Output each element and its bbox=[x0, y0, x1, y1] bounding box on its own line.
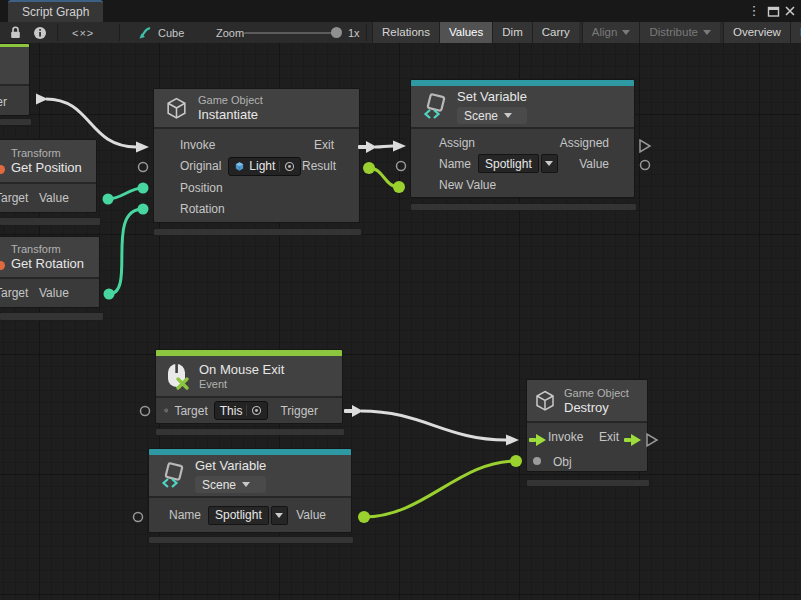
port-assigned-out[interactable] bbox=[640, 140, 650, 152]
port-label-obj: Obj bbox=[553, 455, 572, 469]
maximize-icon[interactable] bbox=[766, 4, 780, 18]
port-result-out[interactable] bbox=[363, 162, 375, 174]
code-icon: <×> bbox=[72, 27, 94, 39]
connections-overlay bbox=[0, 43, 801, 600]
port-position-in[interactable] bbox=[138, 183, 149, 194]
graph-icon bbox=[138, 26, 152, 40]
node-footer bbox=[155, 428, 345, 436]
port-get-variable-name-in[interactable] bbox=[134, 513, 143, 522]
info-button[interactable] bbox=[33, 22, 47, 43]
connection-exit-to-assign[interactable] bbox=[375, 146, 393, 147]
port-row: Invoke Exit bbox=[527, 423, 647, 451]
port-original-in[interactable] bbox=[139, 163, 148, 172]
port-get-rotation-value-out[interactable] bbox=[104, 289, 115, 300]
port-trigger-out[interactable] bbox=[344, 409, 353, 413]
port-row: Invoke Exit bbox=[154, 134, 359, 156]
graph-breadcrumb[interactable]: Cube bbox=[138, 22, 184, 43]
port-label-position: Position bbox=[180, 181, 223, 195]
node-on-mouse-exit[interactable]: On Mouse Exit Event Target This Trigger bbox=[155, 349, 343, 424]
node-destroy[interactable]: Game Object Destroy Invoke Exit Obj bbox=[526, 379, 648, 472]
distribute-button[interactable]: Distribute bbox=[639, 22, 720, 43]
port-label-new-value: New Value bbox=[439, 178, 496, 192]
port-label-target: Target bbox=[0, 286, 28, 300]
port-label-value: Value bbox=[579, 157, 609, 171]
variable-name-field[interactable]: Spotlight bbox=[208, 506, 269, 525]
chevron-down-icon bbox=[545, 161, 553, 166]
port-label-trigger: Trigger bbox=[280, 404, 318, 418]
overview-button[interactable]: Overview bbox=[723, 22, 790, 43]
node-get-variable[interactable]: Get Variable Scene Name Spotlight Value bbox=[148, 448, 352, 533]
node-title: Get Variable bbox=[195, 458, 266, 473]
node-category: Transform bbox=[11, 243, 84, 255]
node-category: Game Object bbox=[198, 94, 263, 106]
port-value-out[interactable] bbox=[358, 511, 370, 523]
node-title: Get Rotation bbox=[11, 256, 84, 271]
prefab-cube-icon bbox=[234, 161, 245, 172]
port-obj-in[interactable] bbox=[510, 455, 522, 467]
node-title: Instantiate bbox=[198, 107, 263, 122]
port-destroy-exit-out[interactable] bbox=[647, 434, 657, 446]
relations-button[interactable]: Relations bbox=[372, 22, 439, 43]
variable-name-dropdown[interactable] bbox=[541, 154, 558, 173]
port-name-in[interactable] bbox=[397, 162, 406, 171]
values-button[interactable]: Values bbox=[439, 22, 492, 43]
node-instantiate[interactable]: Game Object Instantiate Invoke Exit Orig… bbox=[153, 88, 360, 223]
node-set-variable[interactable]: Set Variable Scene Assign Assigned Name … bbox=[410, 79, 635, 198]
port-rotation-in[interactable] bbox=[138, 204, 149, 215]
graph-canvas[interactable]: Trigger Transform Get Position Target Va… bbox=[0, 43, 801, 600]
port-set-variable-value-out[interactable] bbox=[641, 161, 650, 170]
zoom-slider-handle[interactable] bbox=[331, 27, 342, 38]
code-view-button[interactable]: <×> bbox=[72, 22, 94, 43]
port-row-trigger: Trigger bbox=[0, 86, 29, 116]
port-label-exit: Exit bbox=[314, 138, 334, 152]
align-button[interactable]: Align bbox=[582, 22, 640, 43]
more-menu-icon[interactable]: ⋮ bbox=[747, 4, 761, 18]
port-get-position-value-out[interactable] bbox=[103, 194, 114, 205]
node-subtitle: Event bbox=[199, 378, 284, 390]
tab-script-graph[interactable]: Script Graph bbox=[8, 0, 103, 22]
object-field-light[interactable]: Light bbox=[228, 157, 301, 176]
node-partial-event[interactable]: Trigger bbox=[0, 43, 30, 116]
variable-scope-dropdown[interactable]: Scene bbox=[457, 107, 527, 124]
port-invoke-in[interactable] bbox=[136, 142, 149, 153]
connection-position[interactable] bbox=[108, 188, 143, 199]
port-target-in[interactable] bbox=[141, 407, 150, 416]
dim-button[interactable]: Dim bbox=[492, 22, 531, 43]
connection-rotation[interactable] bbox=[109, 209, 143, 294]
connection-value-to-obj[interactable] bbox=[364, 461, 516, 517]
port-label-exit: Exit bbox=[599, 430, 619, 444]
port-trigger-out[interactable] bbox=[36, 94, 48, 105]
transform-node-icon bbox=[0, 261, 5, 270]
node-get-rotation[interactable]: Transform Get Rotation Target Value bbox=[0, 236, 100, 308]
object-picker-icon[interactable] bbox=[279, 161, 295, 172]
node-get-position[interactable]: Transform Get Position Target Value bbox=[0, 139, 97, 213]
toolbar-separator bbox=[57, 24, 58, 41]
lock-button[interactable] bbox=[8, 22, 23, 43]
port-assign-in[interactable] bbox=[393, 141, 406, 152]
port-new-value-in[interactable] bbox=[393, 181, 405, 193]
close-icon[interactable] bbox=[783, 4, 797, 18]
connection-trigger-to-destroy-invoke[interactable] bbox=[361, 411, 506, 440]
node-footer bbox=[0, 118, 32, 126]
node-footer bbox=[0, 217, 101, 226]
variable-name-dropdown[interactable] bbox=[271, 506, 288, 525]
unity-visual-scripting-window: { "titlebar": { "tab_title": "Script Gra… bbox=[0, 0, 801, 600]
port-row: Name Spotlight Value bbox=[411, 153, 634, 174]
port-exit-out-arrow[interactable] bbox=[366, 141, 377, 153]
connection-result-to-new-value[interactable] bbox=[369, 168, 399, 187]
variable-scope-dropdown[interactable]: Scene bbox=[195, 476, 266, 493]
toolbar-separator bbox=[366, 24, 367, 41]
zoom-slider[interactable] bbox=[244, 32, 338, 34]
object-field-this[interactable]: This bbox=[214, 401, 269, 420]
port-destroy-invoke-in[interactable] bbox=[506, 435, 519, 446]
port-trigger-out-arrow[interactable] bbox=[352, 405, 363, 417]
full-screen-button[interactable]: Full Screen bbox=[790, 22, 801, 43]
node-category: Transform bbox=[11, 147, 82, 159]
port-label-name: Name bbox=[439, 157, 471, 171]
port-row: Original Light Result bbox=[154, 156, 359, 178]
object-picker-icon[interactable] bbox=[246, 405, 262, 416]
variable-name-field[interactable]: Spotlight bbox=[478, 154, 539, 173]
title-bar: Script Graph ⋮ bbox=[0, 0, 801, 22]
game-object-cube-icon bbox=[533, 389, 557, 413]
carry-button[interactable]: Carry bbox=[532, 22, 579, 43]
